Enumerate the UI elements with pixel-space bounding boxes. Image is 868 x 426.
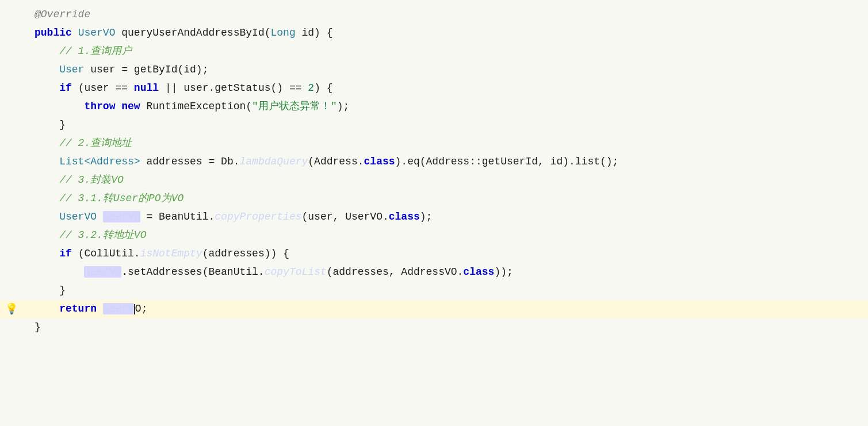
line-content-7: } <box>23 116 77 135</box>
line-content-16: } <box>23 282 77 300</box>
gutter-13 <box>0 227 23 245</box>
gutter-1 <box>0 6 23 24</box>
code-line-9: List<Address> addresses = Db.lambdaQuery… <box>0 153 868 171</box>
code-line-5: if (user == null || user.getStatus() == … <box>0 79 868 98</box>
code-line-14: if (CollUtil.isNotEmpty(addresses)) { <box>0 245 868 263</box>
comment-4: // 3.1.转User的PO为VO <box>59 193 183 204</box>
line-content-11: // 3.1.转User的PO为VO <box>23 190 195 208</box>
line-content-14: if (CollUtil.isNotEmpty(addresses)) { <box>23 245 301 263</box>
line-content-10: // 3.封装VO <box>23 171 135 190</box>
comment-1: // 1.查询用户 <box>59 45 132 57</box>
line-content-18: } <box>23 318 52 337</box>
highlight-uservo-3: userV <box>103 303 134 314</box>
kw-public: public <box>35 27 72 39</box>
gutter-8 <box>0 135 23 153</box>
code-line-2: public UserVO queryUserAndAddressById(Lo… <box>0 24 868 43</box>
line-content-4: User user = getById(id); <box>23 61 220 79</box>
code-line-18: } <box>0 318 868 337</box>
code-line-6: throw new RuntimeException("用户状态异常！"); <box>0 98 868 116</box>
code-line-1: @Override <box>0 6 868 24</box>
line-content-17: return userVO; <box>23 300 159 318</box>
line-content-6: throw new RuntimeException("用户状态异常！"); <box>23 98 361 116</box>
annotation-token: @Override <box>35 9 90 20</box>
gutter-12 <box>0 208 23 227</box>
line-content-15: userVO.setAddresses(BeanUtil.copyToList(… <box>23 263 525 282</box>
comment-2: // 2.查询地址 <box>59 137 132 149</box>
bulb-icon[interactable]: 💡 <box>5 301 18 318</box>
line-content-3: // 1.查询用户 <box>23 43 143 61</box>
code-line-3: // 1.查询用户 <box>0 43 868 61</box>
line-content-5: if (user == null || user.getStatus() == … <box>23 79 345 98</box>
code-editor: @Override public UserVO queryUserAndAddr… <box>0 0 868 426</box>
highlight-uservo-2: userVO <box>84 266 121 278</box>
gutter-4 <box>0 61 23 79</box>
gutter-5 <box>0 79 23 98</box>
highlight-uservo-1: userVO <box>103 211 140 222</box>
line-content-13: // 3.2.转地址VO <box>23 227 158 245</box>
code-line-11: // 3.1.转User的PO为VO <box>0 190 868 208</box>
gutter-10 <box>0 171 23 190</box>
code-line-7: } <box>0 116 868 135</box>
gutter-icon-17: 💡 <box>0 300 23 318</box>
code-line-10: // 3.封装VO <box>0 171 868 190</box>
gutter-6 <box>0 98 23 116</box>
gutter-11 <box>0 190 23 208</box>
gutter-15 <box>0 263 23 282</box>
code-line-8: // 2.查询地址 <box>0 135 868 153</box>
comment-5: // 3.2.转地址VO <box>59 229 146 241</box>
line-content-1: @Override <box>23 6 102 24</box>
code-line-12: UserVO userVO = BeanUtil.copyProperties(… <box>0 208 868 227</box>
gutter-9 <box>0 153 23 171</box>
line-content-12: UserVO userVO = BeanUtil.copyProperties(… <box>23 208 443 227</box>
code-line-15: userVO.setAddresses(BeanUtil.copyToList(… <box>0 263 868 282</box>
return-type: UserVO <box>78 27 116 39</box>
line-content-9: List<Address> addresses = Db.lambdaQuery… <box>23 153 630 171</box>
gutter-3 <box>0 43 23 61</box>
gutter-2 <box>0 24 23 43</box>
gutter-16 <box>0 282 23 300</box>
code-line-13: // 3.2.转地址VO <box>0 227 868 245</box>
gutter-14 <box>0 245 23 263</box>
gutter-7 <box>0 116 23 135</box>
code-line-4: User user = getById(id); <box>0 61 868 79</box>
line-content-2: public UserVO queryUserAndAddressById(Lo… <box>23 24 345 43</box>
code-line-17: 💡 return userVO; <box>0 300 868 318</box>
param-type: Long <box>270 27 295 39</box>
line-content-8: // 2.查询地址 <box>23 135 143 153</box>
code-line-16: } <box>0 282 868 300</box>
gutter-18 <box>0 318 23 337</box>
comment-3: // 3.封装VO <box>59 174 124 186</box>
